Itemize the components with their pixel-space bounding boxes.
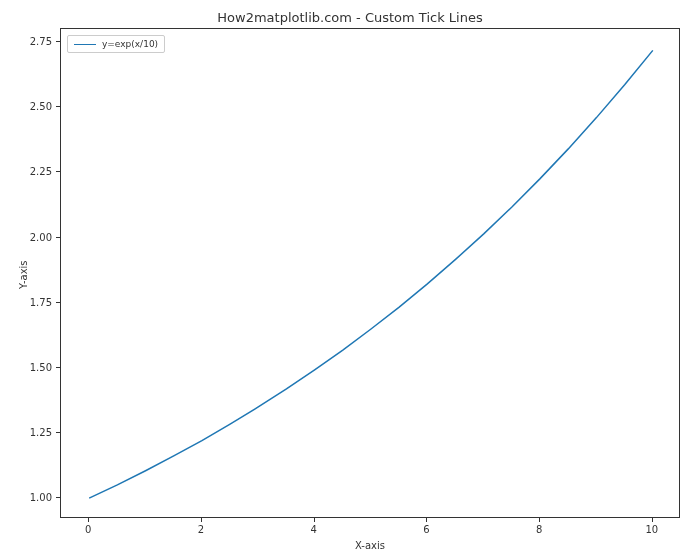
y-tick-mark [56,432,60,433]
x-tick-mark [539,518,540,522]
y-tick-label: 2.50 [30,101,52,112]
y-tick-label: 2.75 [30,36,52,47]
y-tick-mark [56,367,60,368]
line-series [61,29,681,519]
y-tick-label: 2.00 [30,231,52,242]
x-axis-label: X-axis [60,540,680,551]
x-tick-mark [314,518,315,522]
x-tick-label: 0 [85,524,91,535]
y-tick-mark [56,41,60,42]
y-tick-label: 1.75 [30,296,52,307]
y-tick-label: 1.25 [30,426,52,437]
figure: How2matplotlib.com - Custom Tick Lines y… [0,0,700,560]
x-tick-label: 6 [423,524,429,535]
x-tick-mark [652,518,653,522]
y-tick-mark [56,497,60,498]
y-tick-label: 1.50 [30,361,52,372]
x-tick-mark [426,518,427,522]
y-axis-label: Y-axis [18,260,29,289]
y-tick-mark [56,302,60,303]
plot-area: y=exp(x/10) [60,28,680,518]
chart-title: How2matplotlib.com - Custom Tick Lines [0,10,700,25]
y-tick-mark [56,171,60,172]
x-tick-label: 10 [645,524,658,535]
x-tick-label: 2 [198,524,204,535]
curve-path [89,50,653,498]
y-tick-label: 2.25 [30,166,52,177]
x-tick-mark [201,518,202,522]
x-tick-mark [88,518,89,522]
y-tick-label: 1.00 [30,492,52,503]
x-tick-label: 8 [536,524,542,535]
x-tick-label: 4 [310,524,316,535]
y-tick-mark [56,237,60,238]
y-tick-mark [56,106,60,107]
